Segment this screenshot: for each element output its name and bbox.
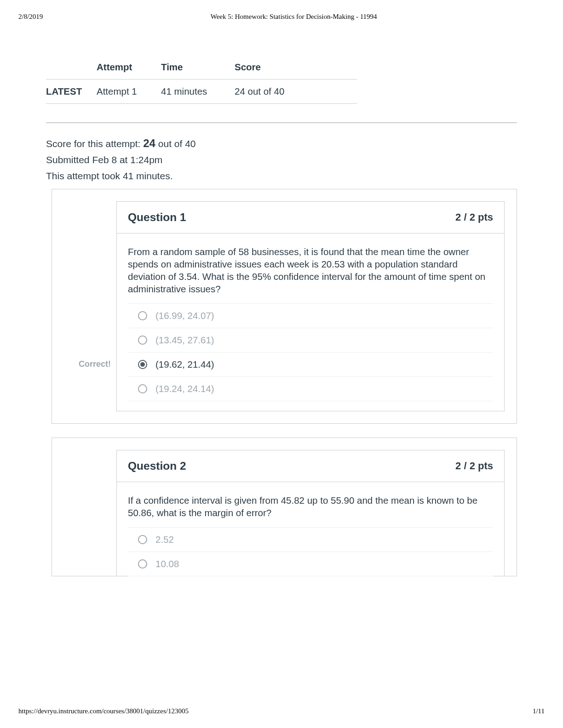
print-title: Week 5: Homework: Statistics for Decisio… <box>18 13 545 21</box>
radio-icon <box>138 336 147 345</box>
divider <box>46 122 517 123</box>
correct-label: Correct! <box>79 359 111 369</box>
question-title: Question 1 <box>128 211 186 224</box>
answer-text: (19.24, 24.14) <box>155 383 214 394</box>
answer-option[interactable]: 2.52 <box>128 527 493 552</box>
answer-option[interactable]: 10.08 <box>128 552 493 576</box>
question-card: Correct! Question 1 2 / 2 pts From a ran… <box>52 189 517 424</box>
print-page-number: 1/11 <box>533 707 545 715</box>
duration-line: This attempt took 41 minutes. <box>46 170 517 182</box>
answer-text: (16.99, 24.07) <box>155 310 214 321</box>
answer-text: 2.52 <box>155 534 174 545</box>
attempt-time: 41 minutes <box>161 80 235 104</box>
latest-label: LATEST <box>46 80 97 104</box>
answer-text: (19.62, 21.44) <box>155 359 214 370</box>
radio-icon <box>138 311 147 320</box>
score-suffix: out of 40 <box>155 138 196 149</box>
print-url: https://devryu.instructure.com/courses/3… <box>18 707 189 715</box>
radio-icon <box>138 360 147 369</box>
th-blank <box>46 55 97 80</box>
print-date: 2/8/2019 <box>18 13 43 21</box>
answer-option[interactable]: (16.99, 24.07) <box>128 303 493 328</box>
question-points: 2 / 2 pts <box>455 460 493 472</box>
radio-icon <box>138 535 147 544</box>
th-attempt: Attempt <box>97 55 161 80</box>
radio-icon <box>138 384 147 393</box>
score-summary: Score for this attempt: 24 out of 40 <box>46 136 517 151</box>
attempt-table: Attempt Time Score LATEST Attempt 1 41 m… <box>46 55 357 104</box>
th-time: Time <box>161 55 235 80</box>
radio-icon <box>138 559 147 569</box>
answer-option[interactable]: (19.62, 21.44) <box>128 352 493 377</box>
score-prefix: Score for this attempt: <box>46 138 143 149</box>
answer-option[interactable]: (13.45, 27.61) <box>128 328 493 353</box>
answer-text: (13.45, 27.61) <box>155 335 214 346</box>
answer-text: 10.08 <box>155 558 179 569</box>
attempt-score: 24 out of 40 <box>235 80 357 104</box>
score-value: 24 <box>143 137 155 149</box>
question-text: If a confidence interval is given from 4… <box>117 482 504 527</box>
question-card: Question 2 2 / 2 pts If a confidence int… <box>52 438 517 576</box>
question-points: 2 / 2 pts <box>455 211 493 223</box>
attempt-link[interactable]: Attempt 1 <box>97 80 161 104</box>
submitted-line: Submitted Feb 8 at 1:24pm <box>46 154 517 166</box>
question-title: Question 2 <box>128 460 186 472</box>
question-text: From a random sample of 58 businesses, i… <box>117 233 504 303</box>
answer-option[interactable]: (19.24, 24.14) <box>128 376 493 401</box>
th-score: Score <box>235 55 357 80</box>
